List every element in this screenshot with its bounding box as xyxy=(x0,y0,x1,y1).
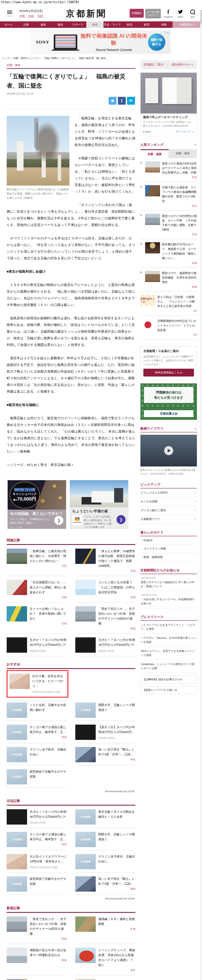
article-card[interactable]: コンビニ前になぜ灰皿？「たばこの煙迷惑」の声も 各店対応苦悩 京都 xyxy=(75,576,135,602)
ranking-item[interactable]: 京都新聞創刊140年記念プレゼントキャンペーン「トマトの花言葉」 PR xyxy=(140,315,197,339)
article-card[interactable]: 天才か！？タバコ代が年間36万円から3万6000円に?! PR(DR.VAPE) xyxy=(7,634,67,656)
article-card[interactable]: 遺跡編（６８）遺跡と発掘調査 京都 xyxy=(75,913,135,944)
ranking-item[interactable]: 2 京都で新たな感染者 ライブハウス参加の金融機関勤務の女性 新型コロナ3例目 … xyxy=(140,182,197,211)
article-card[interactable]: 京都新聞 マラソン女子鈴木、五輪壮行会に xyxy=(7,743,67,765)
article-category[interactable]: 全国・海外 xyxy=(7,64,135,67)
pickup-link[interactable]: おくやみ情報 xyxy=(140,497,197,506)
facebook-link[interactable]: f Facebook xyxy=(164,9,173,19)
notice-item[interactable]: 2020年2月28日 「お話を絵にするコンクール」作品展延期のお知らせ xyxy=(140,591,197,608)
ranking-item[interactable]: 1 新型コロナ感染の50代女性はマクドナルド店員と発表 店は営業中止し消毒、京都… xyxy=(140,158,197,182)
quick-link[interactable]: 凡語 xyxy=(37,14,43,18)
nav-item[interactable]: 観光 xyxy=(52,21,69,28)
ad-arrow-button[interactable]: ❯ xyxy=(54,516,64,525)
press-release-item[interactable]: GlobalData：ニューノーマル時代のテーマ別レポート公開 xyxy=(140,660,197,673)
article-card[interactable]: 「現金で支払うか…」女子高生にわいせつ行為 容疑のデザイナー10回目の逮捕 地域 xyxy=(7,913,67,944)
download-link[interactable]: ダウンロード ＞ xyxy=(175,130,194,134)
article-card[interactable]: 京都新聞 サッカー南アが感染心配し来日中止、橋本聖子・五… 地域 xyxy=(7,828,67,850)
quick-link[interactable]: 天気 xyxy=(19,14,25,18)
ranking-item[interactable]: 4 制作費1億6千万円のオペラ、無観客で上演 ユーチューブで無料配信「期待に報い… xyxy=(140,239,197,268)
nav-item[interactable]: 滋賀 xyxy=(35,21,52,28)
press-release-item[interactable]: ヘアサロン「Meseca」が2020年春の新メニューを発表 xyxy=(140,634,197,647)
share-facebook-button[interactable]: f xyxy=(118,97,126,105)
guide-link[interactable]: 医療・健康情報 xyxy=(140,553,197,562)
video-thumbnail[interactable] xyxy=(140,435,197,466)
nav-item[interactable]: 経済 xyxy=(138,21,155,28)
share-twitter-button[interactable] xyxy=(109,97,116,105)
article-card[interactable]: トーイングチューブ、事故急増 浮体100人以上死傷 水上バイクより速度1・7倍に… xyxy=(75,944,135,975)
scrollbar-thumb[interactable] xyxy=(200,12,202,24)
article-card[interactable]: 京都新聞 関西大手、五輪シューズ開発急ぐ xyxy=(75,828,135,850)
quick-link[interactable]: 社説 xyxy=(28,14,34,18)
article-card[interactable]: 【楽天１位】タバコ代が年間36万円から3万6000円… PR(DR.VAPE) xyxy=(75,721,135,743)
nav-item[interactable]: 特集 xyxy=(155,21,173,28)
guide-link[interactable]: English xyxy=(140,536,197,545)
article-card[interactable]: 天才か！？タバコ代が年間36万円から3万6000円に?! PR(DR.VAPE) xyxy=(75,634,135,656)
guide-link[interactable]: ライフライン情報 xyxy=(140,545,197,553)
browser-url[interactable]: https://www.kyoto-np.co.jp/articles/-/10… xyxy=(0,0,202,5)
article-card[interactable]: 京都新聞 マラソン女子鈴木、五輪壮行会に xyxy=(75,850,135,873)
ad-info-close-icons[interactable]: ⓘ✕ xyxy=(164,31,169,35)
nav-item[interactable]: 京都 xyxy=(17,21,35,28)
alnet-home-ad[interactable]: ⓘ✕ ちょうどいい平屋の家 Alnet Home アルネットホームは平屋に新しい… xyxy=(70,480,129,529)
nav-item[interactable]: ホーム xyxy=(0,21,17,28)
subscription-guide-link[interactable]: 定期購読 ご案内 xyxy=(143,63,164,66)
article-card[interactable]: 強～い女子高生〝騎士〟1年で3度「日本一」乙訓… 地域 xyxy=(75,743,135,765)
article-card[interactable]: 京都新聞 ＩＯＣ会長、五輪中止や延期に触れず xyxy=(7,699,67,721)
article-card[interactable]: 「復興五輪」と被災地の現状に隔たり 出身選手「帰りたいのに帰れない」 市内 xyxy=(7,545,67,576)
scroll-up-icon[interactable] xyxy=(200,10,202,11)
article-card[interactable]: 「現金で支払うか…」女子高生にわいせつ行為 容疑のデザイナー10回目の逮捕 地域 xyxy=(75,603,135,634)
nav-item[interactable]: 京都新聞から xyxy=(173,21,202,28)
ranking-tab[interactable]: 全国・海外 xyxy=(169,150,197,158)
site-logo[interactable]: 京都新聞 xyxy=(43,8,130,19)
ranking-item[interactable]: 5 新型コロナ、滋賀県内で感染初確認 大津市在住60代男性 地域 xyxy=(140,268,197,292)
nav-item[interactable]: 政治 xyxy=(121,21,138,28)
article-card[interactable]: 「おもしろ自転車」コーナーと飲食店新設 電動カートは見送り、京都の交通公園再整備 xyxy=(7,975,67,980)
nav-item[interactable]: 社会 xyxy=(86,21,103,28)
article-card[interactable]: 京都新聞 新型肺炎で五輪中止のデマ拡散 xyxy=(7,765,67,788)
notice-item[interactable]: 2020年3月5日 新型コロナウイルス感染拡大に伴う催しの中止・延期について xyxy=(140,574,197,591)
article-card[interactable]: 強～い女子高生〝騎士〟1年で3度「日本一」乙訓… 地域 xyxy=(75,873,135,895)
digital-login-button[interactable]: デジタル版 ログイン xyxy=(145,9,161,19)
subscribe-button[interactable]: 定期購読 xyxy=(130,9,144,18)
ranking-tab[interactable]: 京都・滋賀 xyxy=(140,150,169,158)
pickup-link[interactable]: どうぶつえんの365日 xyxy=(140,488,197,497)
ebook-ad[interactable]: ⓘ✕ 漫画で学ぶデータマーケティング データマーケティングに関する疑問がこれ一冊… xyxy=(140,73,197,136)
article-card[interactable]: 新型コロナ感染拡大で休止や一部休止となっている主な京都・滋賀の施設（3月5日現在… xyxy=(75,975,135,980)
article-card[interactable]: 幻の９番。女性を幸せにできる、ただ一つのリ… PR(STYLEVOICE.COM… xyxy=(7,670,68,698)
ranking-item[interactable]: 京都大好きトーク! 第５５回は「日吉屋」の西堀さん、「フェニクシー」の橋寺さんと… xyxy=(140,292,197,315)
press-release-item[interactable]: NEOジムマシン、自宅でできる本格トレーニング器具 xyxy=(140,647,197,660)
scrollbar[interactable] xyxy=(200,10,202,980)
uzou-credit[interactable]: Recommended by UZOU xyxy=(7,790,135,793)
article-card[interactable]: 湖西線の近江今津ー近江塩津で一時運転見合わせ 地域 xyxy=(7,944,67,975)
breadcrumb[interactable]: トップ ＞ 全国・海外のニュース ＞ 「五輪で復興にくぎりでしょ」 福島の被災者… xyxy=(0,55,202,60)
article-card[interactable]: 「生活保護受けないと…」 老人ホーム閉鎖、前払い金返金されず 京都 xyxy=(7,576,67,602)
ranking-item[interactable]: 3 新型コロナに50代男性が感染、ルート不明 ＪＲや地下鉄で大阪に通勤、京都で5… xyxy=(140,211,197,239)
sony-ad-banner[interactable]: ⓘ✕ SONY 無料で画像認識 AI の開発体験 Neural Network … xyxy=(32,30,170,54)
article-card[interactable]: 大人気インスタグラマーに10問10答「星玲奈さん… PR(STYLEVOICE.… xyxy=(7,850,67,873)
ad-arrow-button[interactable]: ❯ xyxy=(116,515,126,524)
article-card[interactable]: タトゥーは怖い？おしゃれ？ 若者や彫師に聞いてみた 京都 xyxy=(7,603,67,634)
twitter-link[interactable]: twitter xyxy=(176,9,185,19)
article-card[interactable]: 京都新聞 関西大手、五輪シューズ開発急ぐ xyxy=(75,699,135,721)
article-card[interactable]: 京都新聞 新型肺炎で五輪中止のデマ拡散 xyxy=(7,873,67,895)
article-card[interactable]: 京都新聞 東京五輪７月２４日開会を確信とＩＯＣ会長 xyxy=(75,805,135,828)
article-card[interactable]: 京都新聞 サッカー南アが感染心配し来日中止、橋本聖子・五… 地域 xyxy=(7,721,67,743)
share-hatena-button[interactable]: B! xyxy=(127,97,135,105)
hamburger-menu-button[interactable]: メニュー xyxy=(4,10,15,18)
bracket-link[interactable]: 【記事検索】過去の記事をさがす xyxy=(140,675,197,684)
ranking-more-link[interactable]: ＞ xyxy=(194,143,197,146)
pickup-link[interactable]: デジタル版のご案内 xyxy=(140,506,197,515)
nav-item[interactable]: 文化・ライフ xyxy=(103,21,121,28)
subscriber-support-link[interactable]: 購読者様サポート xyxy=(172,63,194,66)
pickup-link[interactable]: 京都新聞アプリ xyxy=(140,515,197,524)
press-release-item[interactable]: こたつソファになれるブランケット「こたブラ」を発売 xyxy=(140,621,197,634)
search-button[interactable]: 検索 xyxy=(188,9,197,19)
bracket-link[interactable]: 【紙面ビューアー】の使い方 xyxy=(140,686,197,694)
article-card[interactable]: 「身も心も限界」23歳男性が過労自殺 新国立競技場の急ピッチ建設で「残業190時… xyxy=(75,545,135,576)
member-register-button[interactable]: 無料会員登録はこちら xyxy=(143,369,194,377)
lawyer-association-ad[interactable]: 問題解決の糸口は 私たちが見つけます 京都弁護士会 xyxy=(140,383,197,420)
video-more-link[interactable]: ＞ xyxy=(194,427,197,430)
nav-item[interactable]: スポーツ xyxy=(69,21,86,28)
ad-cta-button[interactable]: 無料で体験する xyxy=(148,33,165,51)
flets-ad[interactable]: ⓘ✕ FLET'S 光フレッツ光 キャッシュバック 最大70,000円 今の光回… xyxy=(8,480,66,529)
